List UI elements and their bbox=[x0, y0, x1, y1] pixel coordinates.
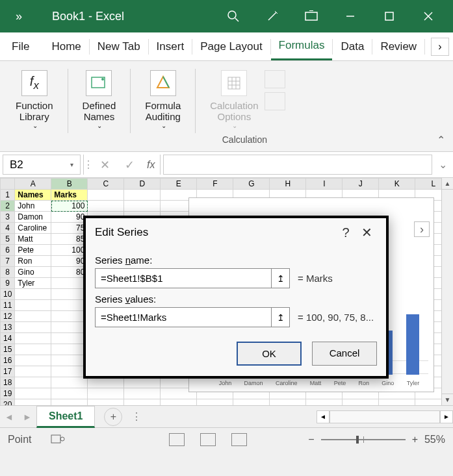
cancel-formula-icon[interactable]: ✕ bbox=[92, 152, 117, 177]
calc-sheet-icon bbox=[265, 92, 285, 110]
svg-point-11 bbox=[101, 78, 104, 81]
series-values-input[interactable] bbox=[96, 308, 271, 327]
menu-newtab[interactable]: New Tab bbox=[90, 34, 148, 60]
name-tag-icon bbox=[86, 70, 112, 96]
close-button[interactable] bbox=[409, 0, 448, 32]
series-values-preview: = 100, 90, 75, 8... bbox=[298, 312, 374, 323]
cancel-button[interactable]: Cancel bbox=[312, 342, 377, 366]
minimize-button[interactable] bbox=[331, 0, 370, 32]
macro-record-icon[interactable] bbox=[51, 432, 65, 447]
dialog-title: Edit Series bbox=[95, 226, 148, 239]
sheet-tab-active[interactable]: Sheet1 bbox=[36, 406, 95, 428]
view-pagebreak-icon[interactable] bbox=[231, 433, 247, 446]
svg-rect-17 bbox=[51, 435, 60, 443]
menu-insert[interactable]: Insert bbox=[149, 34, 192, 60]
series-name-input[interactable] bbox=[96, 269, 271, 288]
sheet-nav-next[interactable]: ► bbox=[18, 412, 36, 422]
ok-button[interactable]: OK bbox=[237, 342, 302, 366]
ribbon-collapse-icon[interactable]: ⌃ bbox=[437, 134, 445, 146]
calc-now-icon bbox=[265, 70, 285, 88]
calc-group-label: Calculation bbox=[222, 134, 267, 149]
zoom-slider[interactable] bbox=[321, 439, 406, 440]
scroll-down-icon[interactable]: ▼ bbox=[442, 394, 453, 405]
hscroll-right-icon[interactable]: ► bbox=[440, 410, 453, 423]
status-mode: Point bbox=[8, 434, 31, 445]
search-icon[interactable] bbox=[214, 0, 253, 32]
more-commands-icon[interactable]: » bbox=[5, 10, 32, 23]
svg-rect-4 bbox=[305, 12, 317, 20]
function-library-button[interactable]: fx Function Library⌄ bbox=[9, 66, 60, 133]
menubar: File Home New Tab Insert Page Layout For… bbox=[0, 32, 453, 61]
range-selector-button[interactable]: ↥ bbox=[271, 269, 289, 288]
maximize-button[interactable] bbox=[370, 0, 409, 32]
present-icon[interactable] bbox=[292, 0, 331, 32]
wand-icon[interactable] bbox=[253, 0, 292, 32]
menu-file[interactable]: File bbox=[4, 34, 37, 60]
window-title: Book1 - Excel bbox=[52, 10, 124, 23]
series-name-label: Series name: bbox=[95, 255, 377, 266]
view-pagelayout-icon[interactable] bbox=[200, 433, 216, 446]
svg-line-2 bbox=[268, 12, 276, 20]
svg-point-0 bbox=[228, 11, 236, 19]
series-name-preview: = Marks bbox=[298, 273, 333, 284]
edit-series-dialog: Edit Series ? ✕ Series name: ↥ = Marks S… bbox=[83, 216, 389, 379]
formula-auditing-button[interactable]: Formula Auditing⌄ bbox=[138, 66, 187, 133]
dialog-help-button[interactable]: ? bbox=[335, 225, 356, 240]
statusbar: Point − + 55% bbox=[0, 427, 453, 451]
ribbon: fx Function Library⌄ Defined Names⌄ Form… bbox=[0, 61, 453, 152]
svg-line-1 bbox=[235, 18, 239, 21]
view-normal-icon[interactable] bbox=[169, 433, 185, 446]
chart-elements-button[interactable]: › bbox=[414, 221, 430, 237]
dialog-close-button[interactable]: ✕ bbox=[356, 225, 377, 240]
formula-bar: B2▾ ⋮ ✕ ✓ fx ⌄ bbox=[0, 152, 453, 178]
zoom-in-button[interactable]: + bbox=[412, 434, 418, 445]
menu-formulas[interactable]: Formulas bbox=[271, 32, 333, 60]
menu-overflow-button[interactable]: › bbox=[431, 38, 449, 56]
series-values-label: Series values: bbox=[95, 294, 377, 305]
svg-point-18 bbox=[60, 437, 64, 441]
sheet-tabs: ◄ ► Sheet1 + ⋮ ◄ ► bbox=[0, 405, 453, 427]
svg-rect-7 bbox=[385, 12, 393, 20]
menu-pagelayout[interactable]: Page Layout bbox=[192, 34, 270, 60]
titlebar: » Book1 - Excel bbox=[0, 0, 453, 32]
formula-input[interactable] bbox=[163, 155, 432, 175]
accept-formula-icon[interactable]: ✓ bbox=[117, 152, 142, 177]
formula-expand-icon[interactable]: ⌄ bbox=[435, 155, 450, 175]
menu-home[interactable]: Home bbox=[44, 34, 88, 60]
defined-names-button[interactable]: Defined Names⌄ bbox=[76, 66, 123, 133]
fx-icon: fx bbox=[21, 70, 47, 96]
zoom-level[interactable]: 55% bbox=[424, 434, 445, 445]
audit-icon bbox=[150, 70, 176, 96]
name-box[interactable]: B2▾ bbox=[3, 155, 81, 175]
hscroll-left-icon[interactable]: ◄ bbox=[317, 410, 330, 423]
menu-review[interactable]: Review bbox=[372, 34, 424, 60]
menu-data[interactable]: Data bbox=[333, 34, 372, 60]
scroll-up-icon[interactable]: ▲ bbox=[442, 178, 453, 190]
range-selector-button[interactable]: ↥ bbox=[271, 308, 289, 327]
fx-icon[interactable]: fx bbox=[142, 155, 161, 175]
svg-rect-12 bbox=[228, 77, 240, 89]
fx-sep: ⋮ bbox=[83, 155, 92, 175]
vertical-scrollbar[interactable]: ▲ ▼ bbox=[441, 178, 453, 405]
zoom-out-button[interactable]: − bbox=[308, 434, 314, 445]
calculation-options-button: Calculation Options⌄ bbox=[203, 66, 265, 133]
calc-options-icon bbox=[221, 70, 247, 96]
tab-handle-icon[interactable]: ⋮ bbox=[131, 410, 142, 423]
add-sheet-button[interactable]: + bbox=[104, 408, 122, 426]
sheet-nav-prev[interactable]: ◄ bbox=[0, 412, 18, 422]
hscroll-track[interactable] bbox=[330, 410, 440, 423]
